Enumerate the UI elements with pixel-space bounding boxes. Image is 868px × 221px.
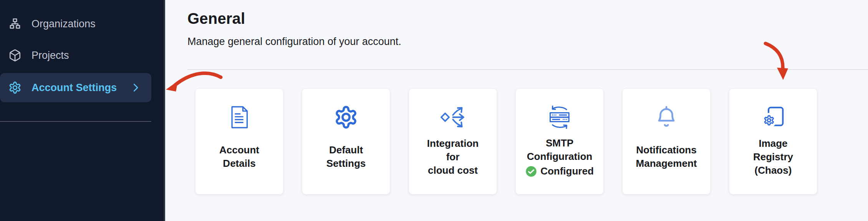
sidebar: OrganizationsProjectsAccount Settings: [0, 0, 165, 221]
card-label: SMTPConfigurationConfigured: [525, 130, 594, 194]
cube-icon: [8, 49, 22, 62]
card-label-line: Details: [223, 157, 255, 170]
org-chart-icon: [8, 17, 22, 30]
sidebar-item-label: Projects: [31, 50, 69, 61]
bell-icon: [654, 105, 679, 130]
page-subtitle: Manage general configuration of your acc…: [187, 35, 868, 48]
sidebar-item-label: Organizations: [31, 18, 96, 30]
card-label-line: Account: [219, 143, 259, 157]
card-integration-cloud-cost[interactable]: Integrationforcloud cost: [409, 88, 497, 194]
card-account-details[interactable]: AccountDetails: [195, 88, 283, 194]
check-circle-icon: [525, 166, 537, 177]
card-default-settings[interactable]: DefaultSettings: [302, 88, 390, 194]
document-icon: [228, 105, 250, 130]
card-label-line: SMTP: [546, 136, 573, 150]
page-title: General: [187, 10, 868, 27]
card-label: DefaultSettings: [326, 130, 366, 194]
gear-icon: [8, 81, 22, 94]
card-label-line: Settings: [326, 157, 366, 170]
sidebar-divider: [0, 121, 151, 122]
card-label-line: Image: [759, 137, 787, 150]
settings-cards-row: AccountDetailsDefaultSettingsIntegration…: [195, 88, 868, 194]
content-divider: [187, 69, 868, 70]
sidebar-nav: OrganizationsProjectsAccount Settings: [0, 10, 164, 102]
card-label: ImageRegistry(Chaos): [753, 130, 793, 194]
sidebar-item-label: Account Settings: [31, 82, 117, 94]
card-label-line: (Chaos): [755, 164, 792, 177]
image-registry-icon: [761, 105, 785, 130]
card-label-line: Registry: [753, 150, 793, 164]
sidebar-item-projects[interactable]: Projects: [0, 42, 150, 69]
card-label-line: for: [446, 150, 460, 164]
card-image-registry-chaos[interactable]: ImageRegistry(Chaos): [729, 88, 817, 194]
integration-icon: [439, 105, 467, 130]
smtp-icon: [546, 105, 573, 130]
card-label-line: Default: [329, 143, 363, 157]
card-smtp-configuration[interactable]: SMTPConfigurationConfigured: [515, 88, 604, 194]
card-label-line: Configuration: [527, 150, 592, 163]
gear-icon: [334, 105, 358, 130]
status-label: Configured: [540, 165, 594, 177]
card-notifications-management[interactable]: NotificationsManagement: [622, 88, 711, 194]
chevron-right-icon: [130, 82, 141, 93]
card-label-line: Management: [636, 157, 697, 170]
card-label-line: cloud cost: [428, 164, 478, 177]
card-label: NotificationsManagement: [636, 130, 697, 194]
card-label: Integrationforcloud cost: [427, 130, 479, 194]
sidebar-item-organizations[interactable]: Organizations: [0, 10, 150, 38]
app-window: OrganizationsProjectsAccount Settings Ge…: [0, 0, 868, 221]
status-badge: Configured: [525, 165, 594, 177]
sidebar-item-account-settings[interactable]: Account Settings: [0, 73, 151, 102]
card-label: AccountDetails: [219, 130, 259, 194]
card-label-line: Notifications: [636, 143, 696, 157]
main-content: General Manage general configuration of …: [165, 0, 868, 221]
card-label-line: Integration: [427, 137, 479, 150]
